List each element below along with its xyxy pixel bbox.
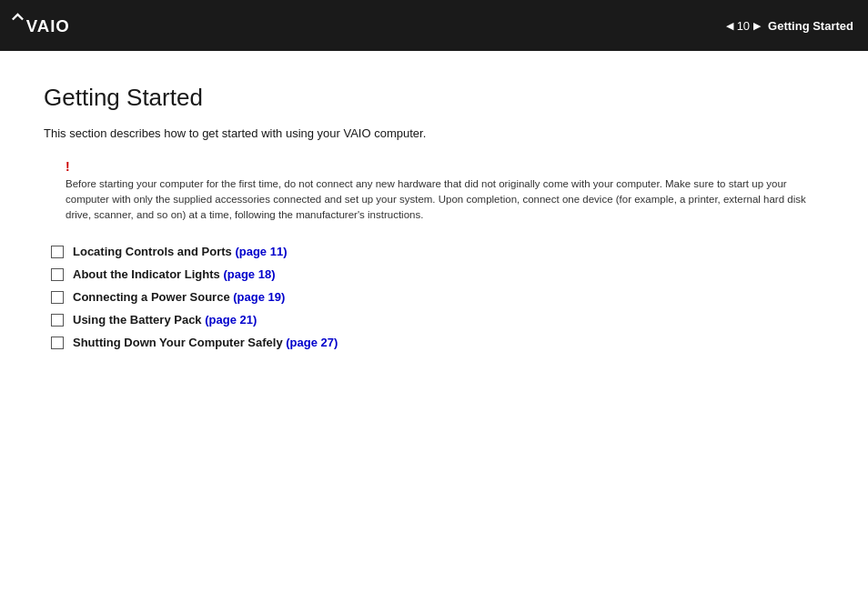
page-heading: Getting Started xyxy=(44,84,824,112)
main-content: Getting Started This section describes h… xyxy=(0,51,868,387)
toc-item-link[interactable]: (page 11) xyxy=(235,245,287,258)
header-right: ◀ 10 ▶ Getting Started xyxy=(726,19,853,33)
back-arrow-icon: ◀ xyxy=(726,20,733,32)
toc-item-link[interactable]: (page 27) xyxy=(286,336,338,349)
toc-list-item: About the Indicator Lights (page 18) xyxy=(51,267,824,281)
warning-text: Before starting your computer for the fi… xyxy=(66,176,824,224)
toc-item-label: About the Indicator Lights (page 18) xyxy=(73,267,275,281)
toc-checkbox-icon xyxy=(51,246,64,258)
svg-text:VAIO: VAIO xyxy=(26,16,70,35)
toc-list-item: Using the Battery Pack (page 21) xyxy=(51,313,824,327)
toc-checkbox-icon xyxy=(51,314,64,327)
toc-list: Locating Controls and Ports (page 11)Abo… xyxy=(51,245,824,349)
toc-list-item: Connecting a Power Source (page 19) xyxy=(51,290,824,304)
header: VAIO ◀ 10 ▶ Getting Started xyxy=(0,0,868,51)
toc-checkbox-icon xyxy=(51,291,64,304)
intro-text: This section describes how to get starte… xyxy=(44,125,824,143)
toc-item-label: Connecting a Power Source (page 19) xyxy=(73,290,285,304)
toc-checkbox-icon xyxy=(51,337,64,349)
toc-item-label: Shutting Down Your Computer Safely (page… xyxy=(73,336,338,349)
vaio-logo: VAIO xyxy=(11,13,87,38)
toc-item-link[interactable]: (page 18) xyxy=(223,267,275,281)
toc-checkbox-icon xyxy=(51,268,64,281)
toc-item-label: Using the Battery Pack (page 21) xyxy=(73,313,257,327)
page-nav: ◀ 10 ▶ xyxy=(726,19,761,33)
toc-list-item: Locating Controls and Ports (page 11) xyxy=(51,245,824,258)
toc-item-link[interactable]: (page 21) xyxy=(205,313,257,327)
toc-item-link[interactable]: (page 19) xyxy=(233,290,285,304)
page-number: 10 xyxy=(737,19,750,33)
toc-list-item: Shutting Down Your Computer Safely (page… xyxy=(51,336,824,349)
warning-mark: ! xyxy=(66,159,824,174)
toc-item-label: Locating Controls and Ports (page 11) xyxy=(73,245,287,258)
header-page-title: Getting Started xyxy=(768,19,853,33)
warning-box: ! Before starting your computer for the … xyxy=(66,159,824,224)
forward-arrow-icon: ▶ xyxy=(753,20,761,32)
